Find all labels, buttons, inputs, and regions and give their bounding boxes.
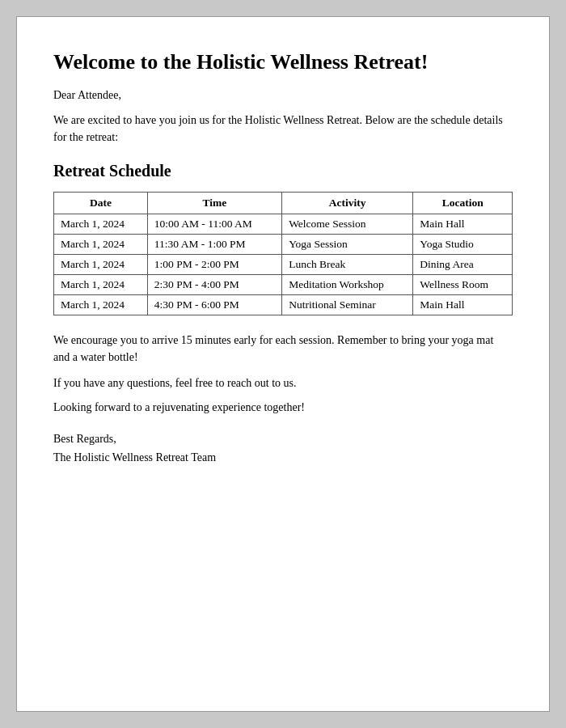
cell-date: March 1, 2024 — [54, 255, 148, 275]
cell-time: 2:30 PM - 4:00 PM — [147, 275, 281, 295]
cell-date: March 1, 2024 — [54, 295, 148, 315]
cell-date: March 1, 2024 — [54, 214, 148, 235]
cell-location: Wellness Room — [413, 275, 513, 295]
schedule-title: Retreat Schedule — [53, 162, 513, 180]
signature-block: Best Regards, The Holistic Wellness Retr… — [53, 430, 513, 467]
note-text: We encourage you to arrive 15 minutes ea… — [53, 332, 513, 366]
table-header-row: Date Time Activity Location — [54, 193, 513, 214]
cell-activity: Welcome Session — [282, 214, 413, 235]
cell-time: 10:00 AM - 11:00 AM — [147, 214, 281, 235]
cell-date: March 1, 2024 — [54, 275, 148, 295]
cell-activity: Yoga Session — [282, 235, 413, 255]
cell-time: 11:30 AM - 1:00 PM — [147, 235, 281, 255]
intro-text: We are excited to have you join us for t… — [53, 112, 513, 146]
col-header-activity: Activity — [282, 193, 413, 214]
cell-activity: Lunch Break — [282, 255, 413, 275]
page-title: Welcome to the Holistic Wellness Retreat… — [53, 49, 513, 74]
cell-activity: Meditation Workshop — [282, 275, 413, 295]
col-header-time: Time — [147, 193, 281, 214]
schedule-table: Date Time Activity Location March 1, 202… — [53, 192, 513, 315]
cell-location: Yoga Studio — [413, 235, 513, 255]
table-row: March 1, 202411:30 AM - 1:00 PMYoga Sess… — [54, 235, 513, 255]
cell-location: Main Hall — [413, 214, 513, 235]
page-container: Welcome to the Holistic Wellness Retreat… — [16, 16, 550, 712]
cell-location: Main Hall — [413, 295, 513, 315]
signature-line2: The Holistic Wellness Retreat Team — [53, 449, 513, 467]
table-row: March 1, 20244:30 PM - 6:00 PMNutritiona… — [54, 295, 513, 315]
signature-line1: Best Regards, — [53, 430, 513, 448]
table-row: March 1, 20242:30 PM - 4:00 PMMeditation… — [54, 275, 513, 295]
cell-location: Dining Area — [413, 255, 513, 275]
question-text: If you have any questions, feel free to … — [53, 377, 513, 390]
col-header-date: Date — [54, 193, 148, 214]
cell-activity: Nutritional Seminar — [282, 295, 413, 315]
closing-text: Looking forward to a rejuvenating experi… — [53, 401, 513, 414]
table-row: March 1, 20241:00 PM - 2:00 PMLunch Brea… — [54, 255, 513, 275]
greeting-text: Dear Attendee, — [53, 89, 513, 102]
cell-time: 4:30 PM - 6:00 PM — [147, 295, 281, 315]
cell-time: 1:00 PM - 2:00 PM — [147, 255, 281, 275]
cell-date: March 1, 2024 — [54, 235, 148, 255]
col-header-location: Location — [413, 193, 513, 214]
table-row: March 1, 202410:00 AM - 11:00 AMWelcome … — [54, 214, 513, 235]
